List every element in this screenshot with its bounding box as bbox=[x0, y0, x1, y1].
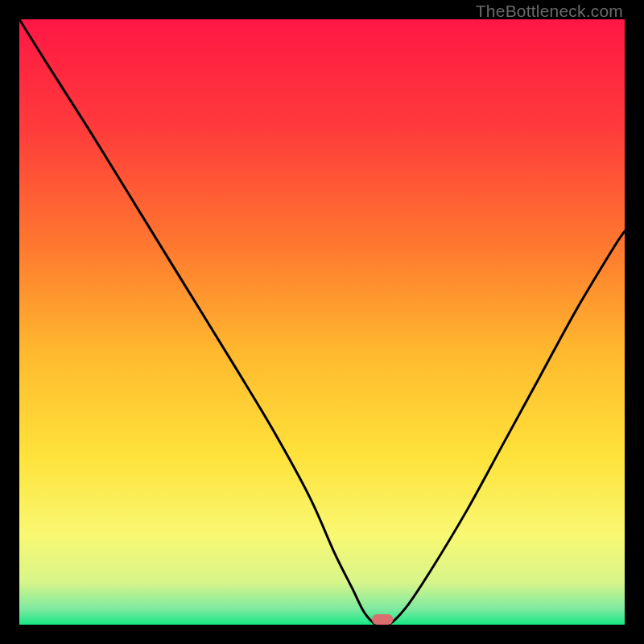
chart-background bbox=[19, 19, 625, 625]
watermark-text: TheBottleneck.com bbox=[476, 2, 623, 21]
optimal-marker bbox=[372, 614, 393, 625]
bottleneck-chart bbox=[19, 19, 625, 625]
chart-frame bbox=[19, 19, 625, 625]
